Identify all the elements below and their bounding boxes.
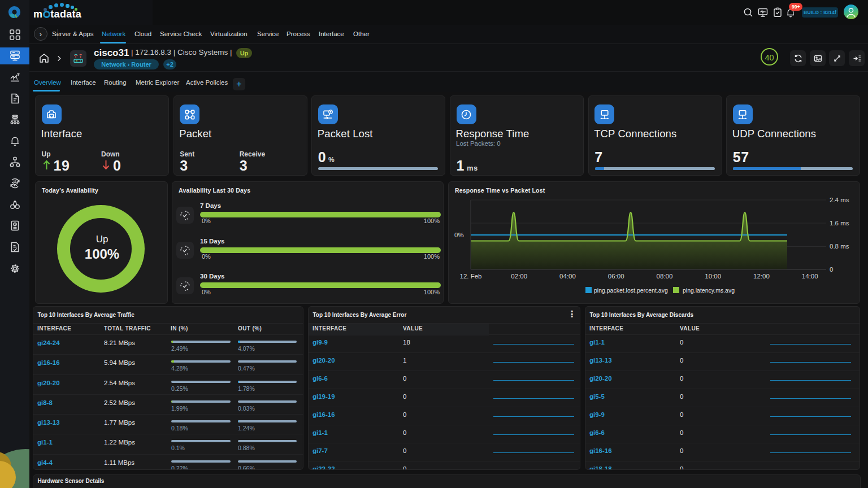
svg-text:14:00: 14:00	[802, 273, 818, 280]
svg-text:0%: 0%	[454, 232, 464, 238]
svg-text:06:00: 06:00	[608, 273, 624, 280]
svg-text:2.4 ms: 2.4 ms	[830, 197, 849, 203]
svg-text:1.6 ms: 1.6 ms	[830, 220, 849, 226]
svg-text:02:00: 02:00	[511, 273, 527, 280]
svg-text:ping.packet.lost.percent.avg: ping.packet.lost.percent.avg	[594, 287, 668, 294]
svg-text:0.8 ms: 0.8 ms	[830, 243, 849, 250]
svg-text:10:00: 10:00	[705, 273, 721, 280]
svg-text:08:00: 08:00	[657, 273, 673, 280]
svg-text:12:00: 12:00	[753, 273, 770, 280]
svg-text:0: 0	[830, 266, 833, 273]
svg-text:ping.latency.ms.avg: ping.latency.ms.avg	[683, 287, 735, 294]
svg-text:04:00: 04:00	[559, 273, 576, 280]
svg-text:12. Feb: 12. Feb	[460, 273, 482, 280]
